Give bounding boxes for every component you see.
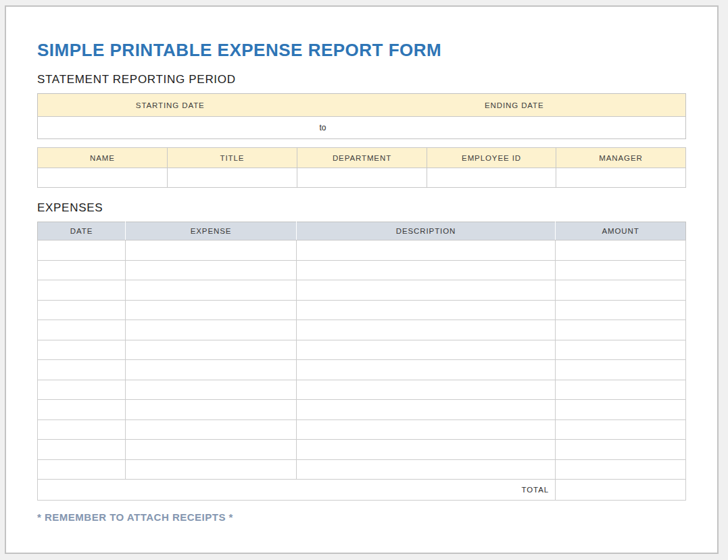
expense-row <box>38 360 686 380</box>
expense-row <box>38 400 686 420</box>
expense-row <box>38 440 686 460</box>
expense-amount-cell[interactable] <box>556 240 686 261</box>
expense-amount-cell[interactable] <box>556 340 686 360</box>
column-header-ending-date: ENDING DATE <box>343 94 686 117</box>
expense-amount-cell[interactable] <box>556 260 686 280</box>
department-cell[interactable] <box>297 168 427 188</box>
column-header-name: NAME <box>38 148 168 168</box>
column-header-title: TITLE <box>168 148 297 168</box>
total-label: TOTAL <box>38 480 556 501</box>
expense-amount-cell[interactable] <box>556 300 686 320</box>
expense-amount-cell[interactable] <box>556 400 686 420</box>
expense-description-cell[interactable] <box>297 440 556 460</box>
column-header-expense: EXPENSE <box>126 222 297 240</box>
column-header-starting-date: STARTING DATE <box>38 94 303 117</box>
expense-date-cell[interactable] <box>38 320 126 340</box>
expense-name-cell[interactable] <box>126 459 297 480</box>
expense-amount-cell[interactable] <box>556 419 686 440</box>
period-separator: to <box>303 117 343 139</box>
expense-name-cell[interactable] <box>126 440 297 460</box>
column-header-manager: MANAGER <box>556 148 686 168</box>
employee-header-row: NAME TITLE DEPARTMENT EMPLOYEE ID MANAGE… <box>38 148 686 168</box>
expense-description-cell[interactable] <box>297 240 556 261</box>
expense-amount-cell[interactable] <box>556 380 686 400</box>
expense-row <box>38 240 686 261</box>
expense-row <box>38 300 686 320</box>
expense-name-cell[interactable] <box>126 400 297 420</box>
expense-name-cell[interactable] <box>126 300 297 320</box>
column-header-date: DATE <box>38 222 126 240</box>
expense-date-cell[interactable] <box>38 400 126 420</box>
expenses-header-row: DATE EXPENSE DESCRIPTION AMOUNT <box>38 222 686 240</box>
expense-amount-cell[interactable] <box>556 360 686 380</box>
period-header-spacer <box>303 94 343 117</box>
expense-amount-cell[interactable] <box>556 440 686 460</box>
page-title: SIMPLE PRINTABLE EXPENSE REPORT FORM <box>37 41 685 59</box>
column-header-department: DEPARTMENT <box>297 148 427 168</box>
expense-description-cell[interactable] <box>297 340 556 360</box>
ending-date-cell[interactable] <box>343 117 686 139</box>
expense-row <box>38 260 686 280</box>
expense-description-cell[interactable] <box>297 459 556 480</box>
period-header-row: STARTING DATE ENDING DATE <box>38 94 686 117</box>
expense-description-cell[interactable] <box>297 419 556 440</box>
expense-date-cell[interactable] <box>38 360 126 380</box>
reporting-period-heading: STATEMENT REPORTING PERIOD <box>37 73 685 86</box>
expense-date-cell[interactable] <box>38 380 126 400</box>
expense-row <box>38 459 686 480</box>
column-header-amount: AMOUNT <box>556 222 686 240</box>
expense-description-cell[interactable] <box>297 400 556 420</box>
column-header-employee-id: EMPLOYEE ID <box>427 148 556 168</box>
expense-row <box>38 419 686 440</box>
expense-amount-cell[interactable] <box>556 280 686 301</box>
total-amount-cell[interactable] <box>556 480 686 501</box>
expense-name-cell[interactable] <box>126 260 297 280</box>
expense-date-cell[interactable] <box>38 419 126 440</box>
reporting-period-table: STARTING DATE ENDING DATE to <box>37 93 686 139</box>
expense-description-cell[interactable] <box>297 260 556 280</box>
expense-name-cell[interactable] <box>126 419 297 440</box>
expense-date-cell[interactable] <box>38 340 126 360</box>
name-cell[interactable] <box>38 168 168 188</box>
expense-date-cell[interactable] <box>38 260 126 280</box>
expense-name-cell[interactable] <box>126 360 297 380</box>
starting-date-cell[interactable] <box>38 117 303 139</box>
expense-name-cell[interactable] <box>126 320 297 340</box>
expense-description-cell[interactable] <box>297 380 556 400</box>
expense-amount-cell[interactable] <box>556 459 686 480</box>
expenses-table: DATE EXPENSE DESCRIPTION AMOUNT TOTAL <box>37 222 686 501</box>
expense-date-cell[interactable] <box>38 280 126 301</box>
page-content: SIMPLE PRINTABLE EXPENSE REPORT FORM STA… <box>6 7 685 523</box>
expense-row <box>38 280 686 301</box>
expense-date-cell[interactable] <box>38 459 126 480</box>
expense-name-cell[interactable] <box>126 280 297 301</box>
employee-info-table: NAME TITLE DEPARTMENT EMPLOYEE ID MANAGE… <box>37 147 686 188</box>
expense-date-cell[interactable] <box>38 240 126 261</box>
expense-description-cell[interactable] <box>297 320 556 340</box>
employee-input-row <box>38 168 686 188</box>
expense-date-cell[interactable] <box>38 440 126 460</box>
expense-row <box>38 320 686 340</box>
expense-name-cell[interactable] <box>126 340 297 360</box>
attach-receipts-note: * REMEMBER TO ATTACH RECEIPTS * <box>37 511 685 523</box>
column-header-description: DESCRIPTION <box>297 222 556 240</box>
expense-description-cell[interactable] <box>297 300 556 320</box>
expense-description-cell[interactable] <box>297 360 556 380</box>
expense-description-cell[interactable] <box>297 280 556 301</box>
title-cell[interactable] <box>168 168 297 188</box>
expense-amount-cell[interactable] <box>556 320 686 340</box>
manager-cell[interactable] <box>556 168 686 188</box>
employee-id-cell[interactable] <box>427 168 556 188</box>
period-input-row: to <box>38 117 686 139</box>
expense-row <box>38 340 686 360</box>
expense-row <box>38 380 686 400</box>
document-page: SIMPLE PRINTABLE EXPENSE REPORT FORM STA… <box>5 5 719 554</box>
expense-date-cell[interactable] <box>38 300 126 320</box>
total-row: TOTAL <box>38 480 686 501</box>
expenses-heading: EXPENSES <box>37 201 685 215</box>
expense-name-cell[interactable] <box>126 240 297 261</box>
expense-name-cell[interactable] <box>126 380 297 400</box>
